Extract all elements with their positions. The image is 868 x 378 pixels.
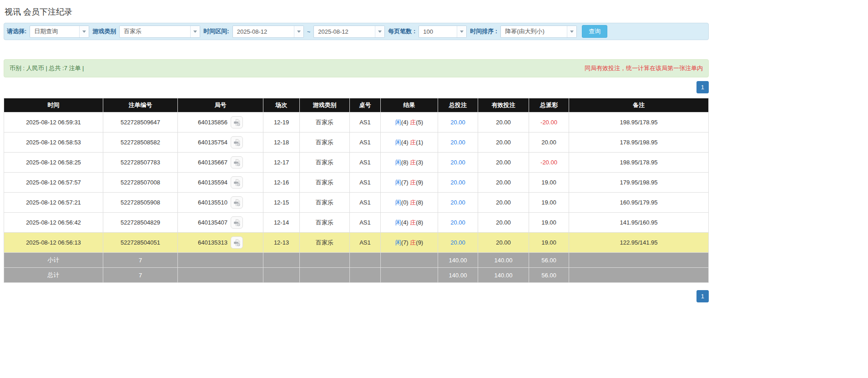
date-to-value: 2025-08-12 [314,26,375,37]
round-number: 640135313 [198,239,227,246]
total-bet-link[interactable]: 20.00 [450,179,465,186]
video-replay-icon[interactable] [231,156,243,169]
column-header: 注单编号 [103,98,178,112]
main-container: 视讯 会员下注纪录 请选择: 日期查询 游戏类别 百家乐 时间区间: 2025-… [4,0,709,302]
table-header-row: 时间注单编号局号场次游戏类别桌号结果总投注有效投注总派彩备注 [4,98,709,112]
search-button[interactable]: 查询 [582,25,607,38]
banker-result-score: (9) [416,239,423,246]
table-row: 2025-08-12 06:56:42522728504829640135407… [4,213,709,233]
banker-result-label: 庄 [410,199,416,206]
video-replay-icon[interactable] [231,116,243,128]
cell-round-number: 640135667 [178,153,263,173]
page-1-button[interactable]: 1 [696,290,709,302]
table-row: 2025-08-12 06:58:25522728507783640135667… [4,153,709,173]
cell-table-number: AS1 [350,233,381,253]
banker-result-score: (5) [416,119,423,126]
cell-valid-bet: 20.00 [478,233,529,253]
page-size-select[interactable]: 100 [419,26,467,38]
chevron-down-icon[interactable] [294,26,303,37]
column-header: 结果 [381,98,438,112]
cell-result: 闲(7) 庄(9) [381,173,438,193]
column-header: 局号 [178,98,263,112]
page-1-button[interactable]: 1 [696,81,709,93]
cell-total-bet: 20.00 [438,112,478,133]
cell-time: 2025-08-12 06:56:13 [4,233,103,253]
table-row: 2025-08-12 06:58:53522728508582640135754… [4,133,709,153]
total-bet-link[interactable]: 20.00 [450,139,465,146]
cell-valid-bet: 20.00 [478,193,529,213]
game-category-select[interactable]: 百家乐 [119,26,200,38]
filter-bar: 请选择: 日期查询 游戏类别 百家乐 时间区间: 2025-08-12 ~ 20… [4,23,709,40]
banker-result-score: (3) [416,159,423,166]
total-bet-link[interactable]: 20.00 [450,199,465,206]
cell-game-category: 百家乐 [300,193,350,213]
cell-total-bet: 20.00 [438,213,478,233]
empty-cell [381,253,438,268]
chevron-down-icon[interactable] [567,26,576,37]
cell-session: 12-14 [263,213,300,233]
banker-result-label: 庄 [410,219,416,226]
date-from-select[interactable]: 2025-08-12 [232,26,304,38]
pagination-top: 1 [4,81,709,93]
cell-total-bet: 20.00 [438,133,478,153]
player-result-label: 闲 [395,239,401,246]
cell-table-number: AS1 [350,193,381,213]
cell-time: 2025-08-12 06:57:57 [4,173,103,193]
total-bet-link[interactable]: 20.00 [450,239,465,246]
column-header: 游戏类别 [300,98,350,112]
empty-cell [178,253,263,268]
cell-total-bet: 20.00 [438,193,478,213]
cell-time: 2025-08-12 06:58:25 [4,153,103,173]
page-size-label: 每页笔数 : [388,27,415,36]
video-replay-icon[interactable] [231,136,243,148]
query-type-select[interactable]: 日期查询 [30,26,89,38]
cell-valid-bet: 20.00 [478,173,529,193]
round-number: 640135510 [198,199,227,206]
cell-payout: -20.00 [529,112,569,133]
currency-summary: 币别 : 人民币 | 总共 :7 注单 | [10,64,84,72]
empty-cell [300,253,350,268]
cell-valid-bet: 20.00 [478,112,529,133]
cell-valid-bet: 20.00 [478,153,529,173]
video-replay-icon[interactable] [231,236,243,249]
time-sort-select[interactable]: 降幂(由大到小) [500,26,577,38]
video-replay-icon[interactable] [231,216,243,229]
total-label: 小计 [4,253,103,268]
player-result-label: 闲 [395,199,401,206]
chevron-down-icon[interactable] [375,26,384,37]
cell-remark: 160.95/179.95 [569,193,709,213]
player-result-score: (4) [401,219,409,226]
player-result-score: (4) [401,119,409,126]
cell-round-number: 640135407 [178,213,263,233]
total-bet-sum: 140.00 [438,268,478,283]
query-type-label: 请选择: [7,27,26,36]
column-header: 场次 [263,98,300,112]
table-row: 2025-08-12 06:57:21522728505908640135510… [4,193,709,213]
valid-bet-sum: 140.00 [478,253,529,268]
banker-result-score: (9) [416,179,423,186]
cell-bet-number: 522728509647 [103,112,178,133]
round-number: 640135407 [198,219,227,226]
chevron-down-icon[interactable] [457,26,466,37]
cell-round-number: 640135594 [178,173,263,193]
total-bet-link[interactable]: 20.00 [450,119,465,126]
cell-time: 2025-08-12 06:59:31 [4,112,103,133]
cell-total-bet: 20.00 [438,173,478,193]
cell-time: 2025-08-12 06:56:42 [4,213,103,233]
cell-session: 12-13 [263,233,300,253]
chevron-down-icon[interactable] [190,26,200,37]
page-title: 视讯 会员下注纪录 [4,0,709,23]
chevron-down-icon[interactable] [79,26,89,37]
valid-bet-sum: 140.00 [478,268,529,283]
date-to-select[interactable]: 2025-08-12 [313,26,385,38]
total-bet-link[interactable]: 20.00 [450,219,465,226]
banker-result-score: (1) [416,139,423,146]
summary-note: 同局有效投注，统一计算在该局第一张注单内 [585,64,703,72]
cell-game-category: 百家乐 [300,233,350,253]
video-replay-icon[interactable] [231,196,243,209]
subtotal-row: 小计7140.00140.0056.00 [4,253,709,268]
video-replay-icon[interactable] [231,176,243,189]
query-type-value: 日期查询 [30,26,79,37]
table-body: 2025-08-12 06:59:31522728509647640135856… [4,112,709,283]
total-bet-link[interactable]: 20.00 [450,159,465,166]
